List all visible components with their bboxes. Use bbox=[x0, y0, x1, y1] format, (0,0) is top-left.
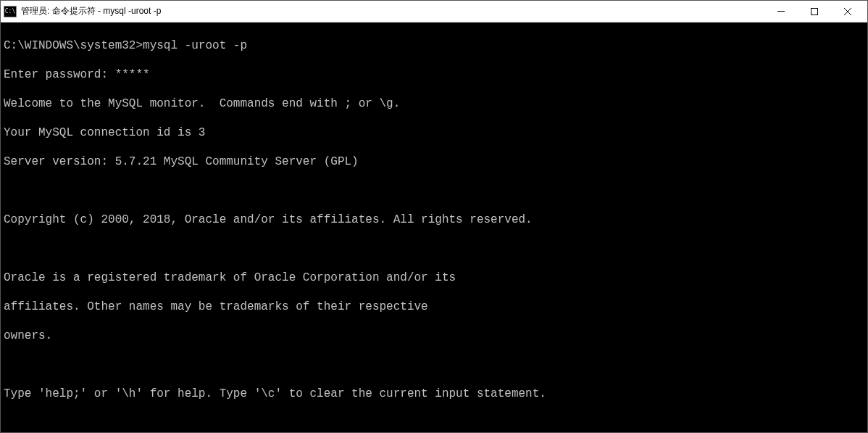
terminal-line bbox=[4, 242, 864, 256]
terminal-line: Your MySQL connection id is 3 bbox=[4, 125, 864, 140]
minimize-icon bbox=[777, 11, 785, 12]
close-icon bbox=[844, 8, 851, 15]
terminal-content[interactable]: C:\WINDOWS\system32>mysql -uroot -p Ente… bbox=[1, 22, 867, 432]
cmd-icon: C:\ bbox=[4, 6, 17, 17]
window-titlebar: C:\ 管理员: 命令提示符 - mysql -uroot -p bbox=[1, 1, 867, 22]
terminal-line: Server version: 5.7.21 MySQL Community S… bbox=[4, 154, 864, 169]
terminal-line: affiliates. Other names may be trademark… bbox=[4, 300, 864, 314]
maximize-icon bbox=[811, 8, 818, 15]
terminal-line: owners. bbox=[4, 329, 864, 343]
svg-rect-1 bbox=[811, 8, 818, 15]
terminal-line bbox=[4, 416, 864, 430]
terminal-line: Enter password: ***** bbox=[4, 67, 864, 82]
terminal-line: Oracle is a registered trademark of Orac… bbox=[4, 271, 864, 285]
close-button[interactable] bbox=[831, 1, 864, 22]
terminal-line: Type 'help;' or '\h' for help. Type '\c'… bbox=[4, 387, 864, 401]
window-controls bbox=[764, 1, 864, 22]
minimize-button[interactable] bbox=[764, 1, 798, 22]
window-title: 管理员: 命令提示符 - mysql -uroot -p bbox=[21, 5, 764, 17]
terminal-line: C:\WINDOWS\system32>mysql -uroot -p bbox=[4, 38, 864, 53]
terminal-line: Copyright (c) 2000, 2018, Oracle and/or … bbox=[4, 213, 864, 227]
terminal-line: Welcome to the MySQL monitor. Commands e… bbox=[4, 96, 864, 111]
svg-rect-0 bbox=[777, 11, 785, 12]
terminal-line bbox=[4, 358, 864, 372]
terminal-line bbox=[4, 183, 864, 198]
maximize-button[interactable] bbox=[798, 1, 831, 22]
